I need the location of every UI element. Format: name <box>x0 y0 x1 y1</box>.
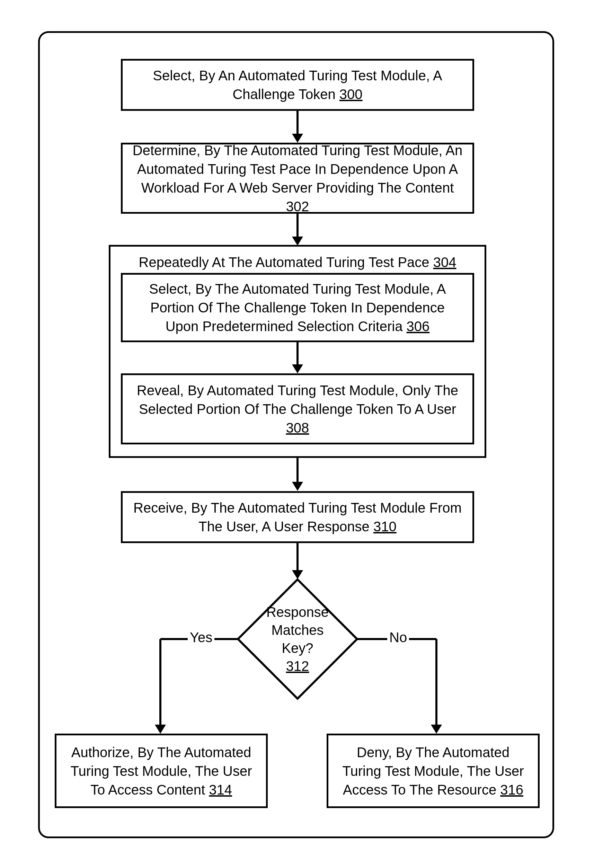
decision-line1: Response <box>266 603 329 621</box>
box-text: Receive, By The Automated Turing Test Mo… <box>133 500 462 534</box>
branch-label-yes: Yes <box>188 630 214 645</box>
box-ref: 316 <box>500 782 523 797</box>
box-ref: 302 <box>286 199 309 214</box>
box-text: Reveal, By Automated Turing Test Module,… <box>137 383 458 417</box>
arrow-300-302 <box>294 111 301 144</box>
process-box-302: Determine, By The Automated Turing Test … <box>121 143 474 214</box>
box-ref: 314 <box>209 782 232 797</box>
box-text: Select, By An Automated Turing Test Modu… <box>153 68 442 102</box>
process-box-308: Reveal, By Automated Turing Test Module,… <box>121 373 474 444</box>
arrow-no <box>356 638 441 735</box>
box-text: Deny, By The Automated Turing Test Modul… <box>343 745 524 797</box>
process-box-310: Receive, By The Automated Turing Test Mo… <box>121 491 474 543</box>
arrow-304-310 <box>294 458 301 493</box>
container-title-text: Repeatedly At The Automated Turing Test … <box>139 255 433 270</box>
decision-312: Response Matches Key? 312 <box>235 577 360 701</box>
branch-label-no: No <box>387 630 409 645</box>
arrow-306-308 <box>294 342 301 375</box>
box-text: Determine, By The Automated Turing Test … <box>133 143 462 195</box>
process-box-306: Select, By The Automated Turing Test Mod… <box>121 273 474 342</box>
box-text: Select, By The Automated Turing Test Mod… <box>149 281 446 334</box>
box-ref: 300 <box>340 87 363 102</box>
process-box-316: Deny, By The Automated Turing Test Modul… <box>327 734 539 808</box>
arrow-310-312 <box>294 543 301 580</box>
arrow-302-304 <box>294 214 301 247</box>
arrow-yes <box>159 638 241 735</box>
process-box-314: Authorize, By The Automated Turing Test … <box>55 734 268 808</box>
flowchart-canvas: Select, By An Automated Turing Test Modu… <box>0 0 594 868</box>
container-title: Repeatedly At The Automated Turing Test … <box>111 247 485 272</box>
decision-ref: 312 <box>286 658 309 674</box>
box-ref: 310 <box>373 519 397 534</box>
box-ref: 308 <box>286 420 309 435</box>
container-ref: 304 <box>433 255 457 270</box>
box-ref: 306 <box>406 319 430 334</box>
decision-line2: Matches Key? <box>254 621 341 657</box>
process-box-300: Select, By An Automated Turing Test Modu… <box>121 59 474 111</box>
svg-marker-16 <box>431 725 442 734</box>
